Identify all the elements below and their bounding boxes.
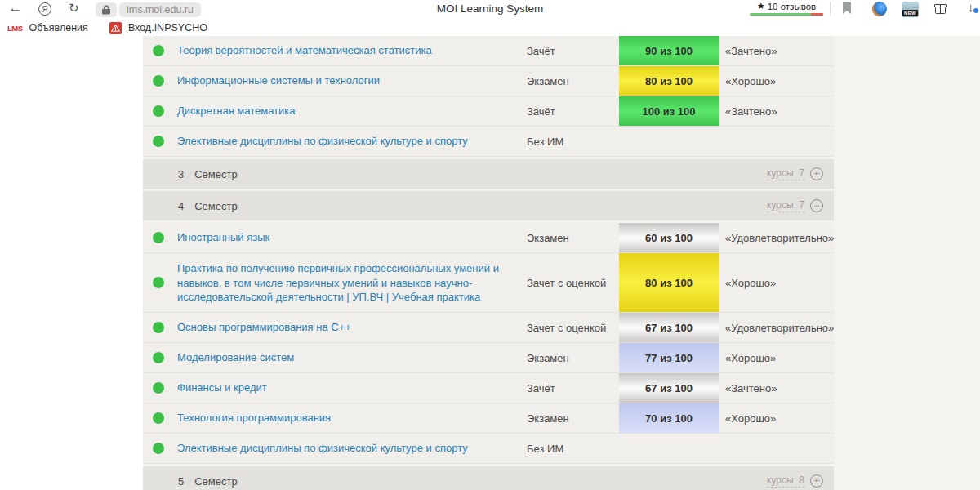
course-link[interactable]: Финансы и кредит [177,381,502,395]
courses-toggle[interactable]: курсы: 7− [767,199,823,212]
semester-label: Семестр [194,475,237,488]
semester-number: 4 [178,200,184,212]
page-content: Теория вероятностей и математическая ста… [0,36,980,490]
semester-number: 5 [178,475,184,488]
browser-toolbar: ← Я ↻ lms.moi.edu.ru MOI Learning System… [0,0,980,20]
courses-count-link[interactable]: курсы: 7 [767,167,804,180]
bookmark-lms-announcements[interactable]: LMS Объявления [7,22,88,33]
new-badge: NEW [902,10,918,16]
extension-new-icon[interactable]: NEW [902,2,919,17]
status-dot-icon [153,45,164,56]
course-row: Дискретная математикаЗачёт100 из 100«Зач… [143,96,834,127]
score-cell: 70 из 100 [619,403,719,433]
extension-sphere-icon[interactable] [872,2,887,16]
course-row: Основы программирования на C++Зачет с оц… [143,313,834,343]
score-cell: 60 из 100 [619,223,719,252]
course-link[interactable]: Иностранный язык [177,230,502,245]
bookmark-inpsycho[interactable]: Вход.INPSYCHO [109,22,207,34]
status-dot-icon [153,232,164,243]
exam-type: Экзамен [527,232,569,244]
course-link[interactable]: Моделирование систем [177,350,502,365]
status-dot-icon [153,412,164,424]
download-status-dot [973,8,978,13]
course-row: Теория вероятностей и математическая ста… [143,36,834,66]
gift-extension-icon[interactable] [933,2,947,19]
course-link[interactable]: Элективные дисциплины по физической куль… [177,134,502,149]
score-cell: 77 из 100 [619,343,719,372]
score-cell: 67 из 100 [619,313,719,342]
bookmark-label: Объявления [29,22,88,33]
semester-header-row: 3Семестркурсы: 7+ [143,159,834,189]
course-link[interactable]: Основы программирования на C++ [177,320,502,335]
exam-type: Зачёт [527,105,555,118]
course-link[interactable]: Технология программирования [177,411,502,425]
score-cell: 100 из 100 [619,96,719,126]
courses-toggle[interactable]: курсы: 7+ [767,167,823,180]
semester-number: 3 [178,168,184,180]
expand-plus-icon[interactable]: + [810,474,823,488]
course-row: Финансы и кредитЗачёт67 из 100«Зачтено» [143,373,834,403]
exam-type: Экзамен [527,412,569,425]
score-cell: 80 из 100 [619,66,719,96]
rating-bar [750,13,823,16]
grade-text: «Зачтено» [725,45,777,57]
bookmarks-bar: LMS Объявления Вход.INPSYCHO [0,20,980,36]
courses-count-link[interactable]: курсы: 7 [767,199,804,212]
exam-type: Зачёт [527,45,555,57]
exam-type: Зачет с оценкой [527,277,606,289]
score-cell: 90 из 100 [619,36,719,65]
score-cell: 80 из 100 [619,253,719,312]
semester-label: Семестр [194,168,237,180]
bookmark-label: Вход.INPSYCHO [128,22,207,33]
exam-type: Экзамен [527,352,569,364]
grade-text: «Зачтено» [725,382,777,394]
course-row: Элективные дисциплины по физической куль… [143,127,834,157]
exam-type: Зачет с оценкой [527,322,606,334]
status-dot-icon [153,322,164,333]
expand-plus-icon[interactable]: + [810,167,823,180]
grade-text: «Удовлетворительно» [725,322,834,334]
rating-bar-negative [811,13,823,16]
status-dot-icon [153,75,164,87]
semester-header-row: 4Семестркурсы: 7− [143,191,834,220]
exam-type: Экзамен [527,75,569,87]
status-dot-icon [153,105,164,117]
grade-text: «Удовлетворительно» [725,232,834,244]
status-dot-icon [153,277,164,288]
course-row: Информационные системы и технологииЭкзам… [143,66,834,96]
grade-text: «Хорошо» [725,352,776,364]
course-row: Практика по получению первичных професси… [143,253,834,313]
course-link[interactable]: Практика по получению первичных професси… [177,261,502,305]
mai-logo-icon [109,22,122,34]
exam-type: Без ИМ [527,443,564,455]
status-dot-icon [153,136,164,147]
courses-toggle[interactable]: курсы: 8+ [767,474,823,488]
course-link[interactable]: Информационные системы и технологии [177,74,502,88]
grade-text: «Хорошо» [725,277,776,289]
semester-label: Семестр [194,200,237,212]
grade-text: «Хорошо» [725,412,776,425]
course-link[interactable]: Дискретная математика [177,104,502,118]
download-icon[interactable]: ↓ [968,0,974,14]
star-icon: ★ [757,1,765,11]
grade-text: «Зачтено» [725,105,777,118]
course-link[interactable]: Теория вероятностей и математическая ста… [177,43,502,58]
lms-logo-icon: LMS [7,24,23,33]
course-row: Элективные дисциплины по физической куль… [143,434,834,464]
course-row: Технология программированияЭкзамен70 из … [143,403,834,434]
status-dot-icon [153,382,164,394]
grades-table: Теория вероятностей и математическая ста… [143,36,834,490]
reviews-count: 10 отзывов [768,2,816,11]
grade-text: «Хорошо» [725,75,776,87]
courses-count-link[interactable]: курсы: 8 [767,474,804,488]
bookmark-flag-icon[interactable] [842,2,852,18]
reviews-line: ★ 10 отзывов [750,1,823,11]
site-reviews-widget[interactable]: ★ 10 отзывов [750,1,823,16]
status-dot-icon [153,443,164,454]
course-link[interactable]: Элективные дисциплины по физической куль… [177,441,502,456]
exam-type: Без ИМ [527,136,564,148]
course-row: Моделирование системЭкзамен77 из 100«Хор… [143,343,834,373]
status-dot-icon [153,352,164,363]
expand-minus-icon[interactable]: − [810,199,823,212]
course-row: Иностранный языкЭкзамен60 из 100«Удовлет… [143,223,834,253]
